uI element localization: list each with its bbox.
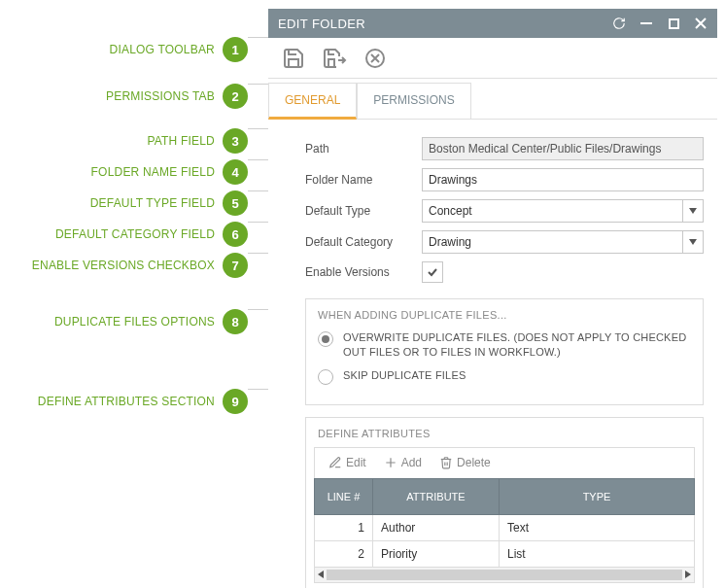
delete-button[interactable]: Delete <box>433 454 497 471</box>
radio-overwrite-label: OVERWRITE DUPLICATE FILES. (DOES NOT APP… <box>343 330 691 361</box>
duplicate-files-title: WHEN ADDING DUPLICATE FILES... <box>318 309 691 321</box>
callout-badge: 5 <box>223 190 248 216</box>
horizontal-scrollbar[interactable] <box>314 568 695 583</box>
callout-label: DEFINE ATTRIBUTES SECTION <box>38 395 215 408</box>
dialog-toolbar <box>268 38 717 79</box>
close-icon[interactable] <box>694 17 708 30</box>
add-button[interactable]: Add <box>378 454 428 471</box>
cell-line: 2 <box>315 540 373 567</box>
save-close-icon[interactable] <box>321 45 348 72</box>
delete-label: Delete <box>457 456 491 469</box>
edit-label: Edit <box>346 456 366 469</box>
callout-badge: 1 <box>223 37 248 62</box>
callout-badge: 4 <box>223 159 248 185</box>
attributes-toolbar: Edit Add Delete <box>314 447 695 478</box>
enable-versions-checkbox[interactable] <box>422 261 443 283</box>
default-category-select[interactable]: Drawing <box>422 230 704 254</box>
callout-label: DIALOG TOOLBAR <box>110 43 215 56</box>
attributes-table: LINE # ATTRIBUTE TYPE 1 Author Text 2 <box>314 478 695 568</box>
dialog-title: EDIT FOLDER <box>278 17 365 31</box>
radio-skip-label: SKIP DUPLICATE FILES <box>343 368 466 383</box>
chevron-down-icon[interactable] <box>682 199 704 223</box>
folder-name-input[interactable]: Drawings <box>422 168 704 191</box>
save-icon[interactable] <box>280 45 307 72</box>
duplicate-files-panel: WHEN ADDING DUPLICATE FILES... OVERWRITE… <box>305 298 704 405</box>
add-label: Add <box>401 456 422 469</box>
define-attributes-panel: DEFINE ATTRIBUTES Edit Add D <box>305 417 704 588</box>
callout-badge: 3 <box>223 128 248 154</box>
scroll-right-icon[interactable] <box>682 568 694 582</box>
path-label: Path <box>305 142 416 156</box>
scroll-left-icon[interactable] <box>315 568 327 582</box>
col-line: LINE # <box>315 478 373 514</box>
maximize-icon[interactable] <box>667 17 680 30</box>
default-category-label: Default Category <box>305 235 416 249</box>
folder-name-label: Folder Name <box>305 173 416 187</box>
callout-label: PATH FIELD <box>147 134 215 148</box>
table-row[interactable]: 2 Priority List <box>315 540 695 567</box>
chevron-down-icon[interactable] <box>682 230 704 254</box>
default-type-label: Default Type <box>305 204 416 218</box>
cell-type: List <box>500 540 695 567</box>
default-category-value: Drawing <box>422 230 682 254</box>
callout-label: FOLDER NAME FIELD <box>91 165 215 179</box>
callout-label: PERMISSIONS TAB <box>106 89 215 103</box>
dialog-titlebar: EDIT FOLDER <box>268 9 717 38</box>
callout-label: DUPLICATE FILES OPTIONS <box>54 315 215 329</box>
callout-badge: 9 <box>223 389 248 414</box>
callout-badge: 7 <box>223 253 248 278</box>
cell-attr: Author <box>373 514 500 540</box>
define-attributes-title: DEFINE ATTRIBUTES <box>306 418 703 439</box>
cell-type: Text <box>500 514 695 540</box>
col-type: TYPE <box>500 478 695 514</box>
tabs: GENERAL PERMISSIONS <box>268 83 717 120</box>
callout-label: ENABLE VERSIONS CHECKBOX <box>32 259 215 272</box>
callout-badge: 2 <box>223 84 248 109</box>
edit-folder-dialog: EDIT FOLDER <box>268 9 717 588</box>
path-field: Boston Medical Center/Public Files/Drawi… <box>422 137 704 160</box>
refresh-icon[interactable] <box>612 17 626 30</box>
default-type-value: Concept <box>422 199 682 223</box>
tab-permissions[interactable]: PERMISSIONS <box>357 83 470 120</box>
col-attribute: ATTRIBUTE <box>373 478 500 514</box>
callout-badge: 8 <box>223 309 248 334</box>
minimize-icon[interactable] <box>639 17 653 30</box>
radio-overwrite[interactable] <box>318 331 333 347</box>
radio-skip[interactable] <box>318 369 333 385</box>
enable-versions-label: Enable Versions <box>305 265 416 279</box>
svg-rect-1 <box>670 19 678 28</box>
tab-general[interactable]: GENERAL <box>268 83 357 120</box>
callout-label: DEFAULT CATEGORY FIELD <box>55 227 215 241</box>
cell-attr: Priority <box>373 540 500 567</box>
table-row[interactable]: 1 Author Text <box>315 514 695 540</box>
cell-line: 1 <box>315 514 373 540</box>
cancel-icon[interactable] <box>362 45 389 72</box>
svg-rect-0 <box>640 22 652 24</box>
default-type-select[interactable]: Concept <box>422 199 704 223</box>
edit-button[interactable]: Edit <box>323 454 372 471</box>
callout-badge: 6 <box>223 222 248 247</box>
callout-label: DEFAULT TYPE FIELD <box>90 196 215 210</box>
